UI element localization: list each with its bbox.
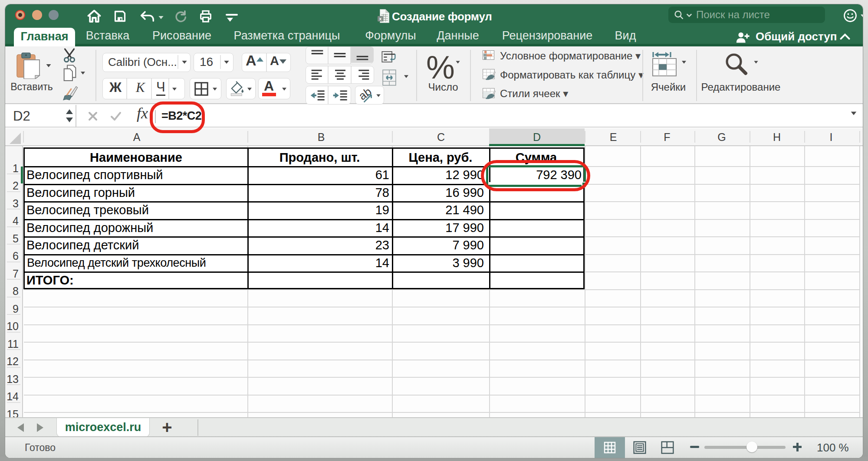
svg-text:x: x <box>379 16 381 21</box>
